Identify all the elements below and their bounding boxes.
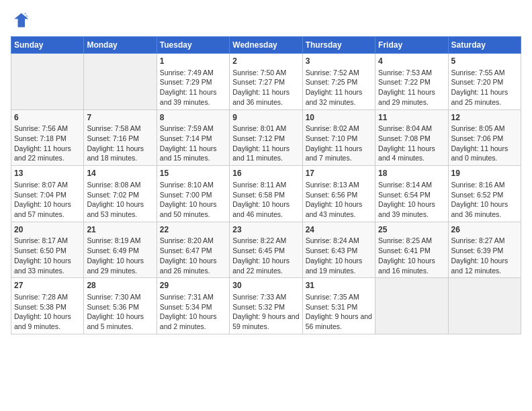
calendar-cell: 30Sunrise: 7:33 AM Sunset: 5:32 PM Dayli… xyxy=(230,278,302,334)
day-number: 22 xyxy=(160,224,226,236)
day-number: 1 xyxy=(160,56,226,67)
calendar-cell: 31Sunrise: 7:35 AM Sunset: 5:31 PM Dayli… xyxy=(302,278,375,334)
calendar-cell: 10Sunrise: 8:02 AM Sunset: 7:10 PM Dayli… xyxy=(302,109,375,166)
day-number: 26 xyxy=(451,224,518,236)
calendar-cell: 2Sunrise: 7:50 AM Sunset: 7:27 PM Daylig… xyxy=(230,54,302,110)
day-detail: Sunrise: 8:27 AM Sunset: 6:39 PM Dayligh… xyxy=(451,236,518,275)
day-detail: Sunrise: 7:33 AM Sunset: 5:32 PM Dayligh… xyxy=(232,292,299,332)
calendar-cell xyxy=(375,278,448,334)
calendar-week-row: 20Sunrise: 8:17 AM Sunset: 6:50 PM Dayli… xyxy=(11,222,521,278)
day-detail: Sunrise: 8:14 AM Sunset: 6:54 PM Dayligh… xyxy=(378,180,445,220)
day-detail: Sunrise: 8:08 AM Sunset: 7:02 PM Dayligh… xyxy=(87,180,153,220)
day-number: 21 xyxy=(87,224,153,236)
day-detail: Sunrise: 7:52 AM Sunset: 7:25 PM Dayligh… xyxy=(306,68,372,107)
day-detail: Sunrise: 7:56 AM Sunset: 7:18 PM Dayligh… xyxy=(14,124,81,163)
calendar-header-row: SundayMondayTuesdayWednesdayThursdayFrid… xyxy=(11,37,521,54)
day-header-sunday: Sunday xyxy=(11,37,84,54)
day-number: 16 xyxy=(232,168,299,179)
calendar-cell: 7Sunrise: 7:58 AM Sunset: 7:16 PM Daylig… xyxy=(84,109,157,166)
calendar-cell: 8Sunrise: 7:59 AM Sunset: 7:14 PM Daylig… xyxy=(157,109,229,166)
day-header-friday: Friday xyxy=(375,37,448,54)
day-detail: Sunrise: 8:05 AM Sunset: 7:06 PM Dayligh… xyxy=(451,124,518,163)
calendar-table: SundayMondayTuesdayWednesdayThursdayFrid… xyxy=(11,36,521,334)
logo xyxy=(11,11,32,30)
day-detail: Sunrise: 8:04 AM Sunset: 7:08 PM Dayligh… xyxy=(378,124,445,163)
page-header xyxy=(11,11,521,30)
day-number: 15 xyxy=(160,168,226,179)
day-number: 14 xyxy=(87,168,153,179)
day-number: 31 xyxy=(306,280,372,291)
day-number: 27 xyxy=(14,280,81,291)
day-detail: Sunrise: 8:17 AM Sunset: 6:50 PM Dayligh… xyxy=(14,236,81,275)
day-number: 28 xyxy=(87,280,153,291)
day-detail: Sunrise: 8:19 AM Sunset: 6:49 PM Dayligh… xyxy=(87,236,153,275)
calendar-cell: 9Sunrise: 8:01 AM Sunset: 7:12 PM Daylig… xyxy=(230,109,302,166)
day-detail: Sunrise: 8:20 AM Sunset: 6:47 PM Dayligh… xyxy=(160,236,226,275)
calendar-cell: 18Sunrise: 8:14 AM Sunset: 6:54 PM Dayli… xyxy=(375,166,448,222)
day-detail: Sunrise: 7:55 AM Sunset: 7:20 PM Dayligh… xyxy=(451,68,518,107)
calendar-cell: 3Sunrise: 7:52 AM Sunset: 7:25 PM Daylig… xyxy=(302,54,375,110)
day-number: 12 xyxy=(451,112,518,124)
day-detail: Sunrise: 8:16 AM Sunset: 6:52 PM Dayligh… xyxy=(451,180,518,220)
day-detail: Sunrise: 7:31 AM Sunset: 5:34 PM Dayligh… xyxy=(160,292,226,332)
day-number: 11 xyxy=(378,112,445,124)
day-number: 7 xyxy=(87,112,153,124)
day-number: 4 xyxy=(378,56,445,67)
calendar-cell: 21Sunrise: 8:19 AM Sunset: 6:49 PM Dayli… xyxy=(84,222,157,278)
calendar-week-row: 13Sunrise: 8:07 AM Sunset: 7:04 PM Dayli… xyxy=(11,166,521,222)
day-number: 6 xyxy=(14,112,81,124)
day-number: 23 xyxy=(232,224,299,236)
calendar-cell: 6Sunrise: 7:56 AM Sunset: 7:18 PM Daylig… xyxy=(11,109,84,166)
day-detail: Sunrise: 8:25 AM Sunset: 6:41 PM Dayligh… xyxy=(378,236,445,275)
calendar-cell xyxy=(11,54,84,110)
calendar-cell: 1Sunrise: 7:49 AM Sunset: 7:29 PM Daylig… xyxy=(157,54,229,110)
day-number: 20 xyxy=(14,224,81,236)
day-header-tuesday: Tuesday xyxy=(157,37,229,54)
day-detail: Sunrise: 8:11 AM Sunset: 6:58 PM Dayligh… xyxy=(232,180,299,220)
calendar-cell: 29Sunrise: 7:31 AM Sunset: 5:34 PM Dayli… xyxy=(157,278,229,334)
day-header-thursday: Thursday xyxy=(302,37,375,54)
day-number: 5 xyxy=(451,56,518,67)
day-detail: Sunrise: 8:10 AM Sunset: 7:00 PM Dayligh… xyxy=(160,180,226,220)
day-detail: Sunrise: 8:24 AM Sunset: 6:43 PM Dayligh… xyxy=(306,236,372,275)
calendar-cell: 14Sunrise: 8:08 AM Sunset: 7:02 PM Dayli… xyxy=(84,166,157,222)
day-detail: Sunrise: 8:22 AM Sunset: 6:45 PM Dayligh… xyxy=(232,236,299,275)
calendar-cell: 23Sunrise: 8:22 AM Sunset: 6:45 PM Dayli… xyxy=(230,222,302,278)
day-number: 24 xyxy=(306,224,372,236)
day-number: 17 xyxy=(306,168,372,179)
day-detail: Sunrise: 7:58 AM Sunset: 7:16 PM Dayligh… xyxy=(87,124,153,163)
day-number: 19 xyxy=(451,168,518,179)
calendar-cell: 20Sunrise: 8:17 AM Sunset: 6:50 PM Dayli… xyxy=(11,222,84,278)
calendar-cell: 27Sunrise: 7:28 AM Sunset: 5:38 PM Dayli… xyxy=(11,278,84,334)
calendar-cell: 22Sunrise: 8:20 AM Sunset: 6:47 PM Dayli… xyxy=(157,222,229,278)
calendar-week-row: 6Sunrise: 7:56 AM Sunset: 7:18 PM Daylig… xyxy=(11,109,521,166)
day-detail: Sunrise: 7:28 AM Sunset: 5:38 PM Dayligh… xyxy=(14,292,81,332)
calendar-cell: 25Sunrise: 8:25 AM Sunset: 6:41 PM Dayli… xyxy=(375,222,448,278)
calendar-cell: 4Sunrise: 7:53 AM Sunset: 7:22 PM Daylig… xyxy=(375,54,448,110)
calendar-week-row: 27Sunrise: 7:28 AM Sunset: 5:38 PM Dayli… xyxy=(11,278,521,334)
day-number: 13 xyxy=(14,168,81,179)
day-detail: Sunrise: 7:53 AM Sunset: 7:22 PM Dayligh… xyxy=(378,68,445,107)
calendar-cell: 12Sunrise: 8:05 AM Sunset: 7:06 PM Dayli… xyxy=(448,109,521,166)
calendar-cell: 16Sunrise: 8:11 AM Sunset: 6:58 PM Dayli… xyxy=(230,166,302,222)
logo-icon xyxy=(11,11,30,30)
day-detail: Sunrise: 7:35 AM Sunset: 5:31 PM Dayligh… xyxy=(306,292,372,332)
day-detail: Sunrise: 7:30 AM Sunset: 5:36 PM Dayligh… xyxy=(87,292,153,332)
calendar-week-row: 1Sunrise: 7:49 AM Sunset: 7:29 PM Daylig… xyxy=(11,54,521,110)
calendar-cell: 13Sunrise: 8:07 AM Sunset: 7:04 PM Dayli… xyxy=(11,166,84,222)
calendar-cell: 17Sunrise: 8:13 AM Sunset: 6:56 PM Dayli… xyxy=(302,166,375,222)
day-detail: Sunrise: 8:07 AM Sunset: 7:04 PM Dayligh… xyxy=(14,180,81,220)
day-detail: Sunrise: 7:59 AM Sunset: 7:14 PM Dayligh… xyxy=(160,124,226,163)
day-header-wednesday: Wednesday xyxy=(230,37,302,54)
calendar-body: 1Sunrise: 7:49 AM Sunset: 7:29 PM Daylig… xyxy=(11,54,521,334)
day-detail: Sunrise: 8:02 AM Sunset: 7:10 PM Dayligh… xyxy=(306,124,372,163)
calendar-cell: 24Sunrise: 8:24 AM Sunset: 6:43 PM Dayli… xyxy=(302,222,375,278)
day-detail: Sunrise: 8:13 AM Sunset: 6:56 PM Dayligh… xyxy=(306,180,372,220)
day-number: 2 xyxy=(232,56,299,67)
day-number: 30 xyxy=(232,280,299,291)
calendar-cell: 5Sunrise: 7:55 AM Sunset: 7:20 PM Daylig… xyxy=(448,54,521,110)
day-detail: Sunrise: 7:50 AM Sunset: 7:27 PM Dayligh… xyxy=(232,68,299,107)
calendar-cell xyxy=(448,278,521,334)
day-number: 10 xyxy=(306,112,372,124)
calendar-cell: 15Sunrise: 8:10 AM Sunset: 7:00 PM Dayli… xyxy=(157,166,229,222)
